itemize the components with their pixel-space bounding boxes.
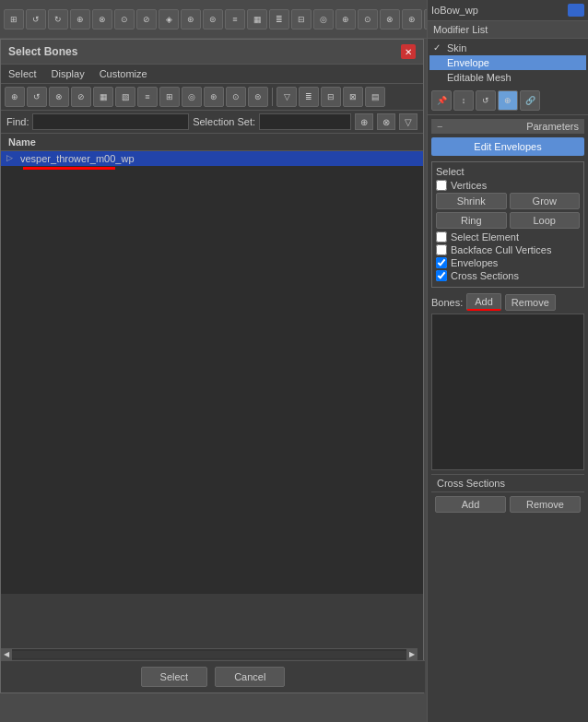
toolbar-icon-3[interactable]: ↻ (48, 9, 68, 30)
select-group-label: Select (436, 166, 580, 177)
name-column-header: Name (1, 134, 423, 151)
sel-set-action-btn-2[interactable]: ⊗ (377, 113, 395, 130)
right-panel-toolbar: 📌 ↕ ↺ ⊕ 🔗 (428, 87, 588, 115)
cross-remove-button[interactable]: Remove (510, 496, 581, 513)
tb-icon-9[interactable]: ◎ (182, 87, 202, 107)
modifier-envelope-label: Envelope (447, 57, 489, 68)
rt-icon-link[interactable]: 🔗 (520, 90, 540, 111)
backface-cull-label: Backface Cull Vertices (451, 244, 551, 255)
tb-icon-8[interactable]: ⊞ (159, 87, 180, 107)
tb-icon-1[interactable]: ⊕ (5, 87, 25, 107)
scroll-track[interactable] (12, 651, 406, 658)
toolbar-icon-4[interactable]: ⊕ (70, 9, 90, 30)
params-collapse[interactable]: − (437, 121, 442, 132)
backface-cull-row: Backface Cull Vertices (436, 244, 580, 255)
bones-add-button[interactable]: Add (466, 293, 501, 311)
red-underline-indicator (23, 167, 115, 170)
cross-sections-header: Cross Sections (431, 474, 584, 492)
tb-icon-11[interactable]: ⊙ (226, 87, 246, 107)
tb-icon-12[interactable]: ⊜ (248, 87, 268, 107)
tb-icon-10[interactable]: ⊛ (204, 87, 224, 107)
rt-icon-pin[interactable]: 📌 (431, 90, 452, 111)
modifier-skin[interactable]: ✓ Skin (429, 41, 586, 55)
sel-set-input[interactable] (259, 113, 351, 130)
params-title: Parameters (526, 121, 579, 132)
grow-button[interactable]: Grow (510, 193, 581, 209)
tb-icon-2[interactable]: ↺ (27, 87, 47, 107)
scroll-right-arrow[interactable]: ▶ (406, 649, 417, 660)
find-input[interactable] (32, 113, 189, 130)
toolbar-icon-8[interactable]: ◈ (159, 9, 179, 30)
modifier-editable-mesh[interactable]: Editable Mesh (429, 70, 586, 85)
toolbar-icon-5[interactable]: ⊗ (92, 9, 112, 30)
cancel-button[interactable]: Cancel (215, 667, 285, 687)
tb-icon-grid[interactable]: ⊟ (321, 87, 341, 107)
select-button[interactable]: Select (141, 667, 208, 687)
shrink-button[interactable]: Shrink (436, 193, 507, 209)
tree-expand-icon: ▷ (6, 153, 18, 164)
modifier-envelope[interactable]: Envelope (429, 55, 586, 70)
toolbar-icon-2[interactable]: ↺ (26, 9, 46, 30)
rt-icon-rotate[interactable]: ↺ (476, 90, 496, 111)
tb-icon-3[interactable]: ⊗ (49, 87, 69, 107)
tb-icon-list[interactable]: ≣ (299, 87, 319, 107)
vertices-checkbox[interactable] (436, 180, 447, 191)
loop-button[interactable]: Loop (510, 212, 581, 229)
toolbar-icon-18[interactable]: ⊗ (380, 9, 400, 30)
vertices-label: Vertices (451, 180, 487, 191)
sel-set-action-btn-3[interactable]: ▽ (399, 113, 417, 130)
bone-name: vesper_thrower_m00_wp (20, 153, 135, 164)
bones-remove-button[interactable]: Remove (505, 294, 556, 311)
rt-icon-move[interactable]: ↕ (453, 90, 474, 111)
tb-icon-6[interactable]: ▧ (115, 87, 135, 107)
tb-icon-extra1[interactable]: ⊠ (343, 87, 363, 107)
ring-loop-row: Ring Loop (436, 212, 580, 229)
tb-icon-filter[interactable]: ▽ (276, 87, 297, 107)
toolbar-icon-19[interactable]: ⊛ (402, 9, 422, 30)
editable-mesh-check-icon (433, 72, 444, 83)
ring-button[interactable]: Ring (436, 212, 507, 229)
horizontal-scrollbar[interactable]: ◀ ▶ (1, 648, 417, 659)
edit-envelopes-button[interactable]: Edit Envelopes (431, 137, 584, 156)
find-label: Find: (6, 116, 29, 127)
select-element-checkbox[interactable] (436, 231, 447, 243)
scroll-left-arrow[interactable]: ◀ (1, 649, 12, 660)
cross-add-button[interactable]: Add (435, 496, 506, 513)
toolbar-icon-14[interactable]: ⊟ (291, 9, 312, 30)
tb-icon-extra2[interactable]: ▤ (365, 87, 385, 107)
toolbar-icon-15[interactable]: ◎ (313, 9, 334, 30)
tb-icon-7[interactable]: ≡ (137, 87, 158, 107)
toolbar-icon-17[interactable]: ⊙ (358, 9, 378, 30)
backface-cull-checkbox[interactable] (436, 244, 447, 255)
envelopes-checkbox[interactable] (436, 257, 447, 268)
tb-icon-4[interactable]: ⊘ (71, 87, 91, 107)
vertices-row: Vertices (436, 180, 580, 191)
sel-set-action-btn-1[interactable]: ⊕ (355, 113, 373, 130)
toolbar-icon-13[interactable]: ≣ (269, 9, 289, 30)
toolbar-icon-10[interactable]: ⊜ (203, 9, 223, 30)
menu-customize[interactable]: Customize (96, 66, 151, 81)
list-item[interactable]: ▷ vesper_thrower_m00_wp (1, 151, 423, 166)
toolbar-icon-12[interactable]: ▦ (247, 9, 267, 30)
toolbar-icon-9[interactable]: ⊛ (181, 9, 201, 30)
bones-list[interactable]: ▷ vesper_thrower_m00_wp (1, 151, 423, 594)
envelopes-label: Envelopes (451, 257, 498, 268)
cross-sections-label: Cross Sections (451, 270, 519, 281)
toolbar-separator-1 (272, 88, 273, 106)
toolbar-icon-16[interactable]: ⊕ (335, 9, 356, 30)
tb-icon-5[interactable]: ▦ (93, 87, 113, 107)
rt-icon-select[interactable]: ⊕ (498, 90, 518, 111)
toolbar-icon-1[interactable]: ⊞ (4, 9, 24, 30)
menu-select[interactable]: Select (5, 66, 41, 81)
bones-section: Bones: Add Remove (431, 293, 584, 470)
bones-list-box (431, 314, 584, 470)
menu-display[interactable]: Display (48, 66, 88, 81)
envelopes-row: Envelopes (436, 257, 580, 268)
sel-set-label: Selection Set: (193, 116, 255, 127)
cross-sections-checkbox[interactable] (436, 270, 447, 281)
toolbar-icon-6[interactable]: ⊙ (114, 9, 135, 30)
dialog-close-button[interactable]: ✕ (401, 44, 416, 59)
toolbar-icon-7[interactable]: ⊘ (136, 9, 157, 30)
select-element-label: Select Element (451, 231, 519, 243)
toolbar-icon-11[interactable]: ≡ (225, 9, 245, 30)
